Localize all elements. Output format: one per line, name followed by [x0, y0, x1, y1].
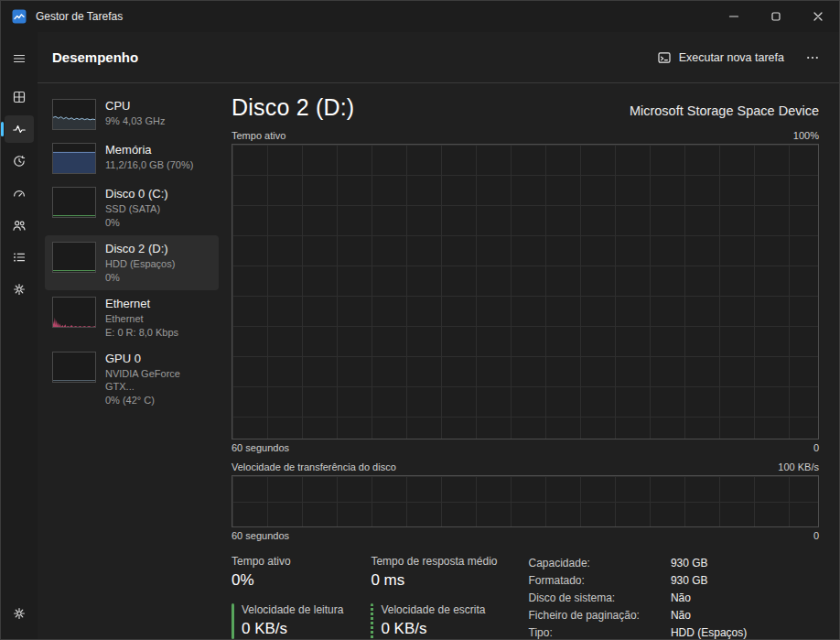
active-time-chart-max: 100%	[793, 130, 819, 141]
page-title: Desempenho	[52, 49, 138, 65]
sidebar-item-sub2: E: 0 R: 8,0 Kbps	[105, 326, 178, 339]
services-gear-icon	[12, 282, 27, 297]
sidebar-item-memory[interactable]: Memória 11,2/16,0 GB (70%)	[45, 136, 219, 180]
response-time-stat-value: 0 ms	[371, 571, 497, 590]
detail-label: Tipo:	[529, 626, 640, 639]
disk-stats: Tempo ativo 0% Tempo de resposta médio 0…	[232, 555, 819, 639]
processes-icon	[12, 90, 27, 104]
nav-startup-apps[interactable]	[5, 179, 34, 207]
write-speed-legend-bar	[371, 603, 373, 640]
nav-users[interactable]	[5, 212, 34, 239]
detail-value: 930 GB	[671, 557, 747, 569]
write-speed-stat-value: 0 KB/s	[381, 620, 485, 638]
run-new-task-button[interactable]: Executar nova tarefa	[648, 45, 793, 71]
sidebar-item-gpu[interactable]: GPU 0 NVIDIA GeForce GTX... 0% (42° C)	[45, 345, 219, 413]
active-time-x-left: 60 segundos	[232, 442, 289, 453]
sidebar-item-cpu[interactable]: CPU 9% 4,03 GHz	[45, 92, 219, 136]
hamburger-icon	[12, 51, 27, 66]
page-header: Desempenho Executar nova tarefa	[38, 32, 839, 83]
detail-label: Formatado:	[529, 574, 640, 587]
users-icon	[12, 218, 27, 233]
ellipsis-icon	[805, 50, 820, 65]
sidebar-item-title: GPU 0	[105, 352, 211, 366]
transfer-chart-label: Velocidade de transferência do disco	[232, 461, 396, 472]
details-list-icon	[12, 250, 27, 265]
detail-value: Não	[671, 609, 747, 622]
detail-value: HDD (Espaços)	[671, 626, 747, 639]
window-controls	[713, 1, 839, 32]
header-actions: Executar nova tarefa	[648, 45, 828, 71]
read-speed-legend-bar	[232, 603, 234, 640]
titlebar[interactable]: Gestor de Tarefas	[1, 1, 839, 32]
sidebar-item-sub: Ethernet	[105, 312, 178, 325]
task-manager-app-icon	[12, 9, 27, 24]
disk-details: Capacidade: 930 GB Formatado: 930 GB Dis…	[529, 557, 748, 639]
response-time-stat-label: Tempo de resposta médio	[371, 555, 497, 568]
window-title: Gestor de Tarefas	[36, 10, 123, 23]
detail-label: Capacidade:	[529, 557, 640, 569]
maximize-icon	[769, 9, 783, 24]
run-new-task-icon	[657, 50, 672, 65]
active-time-chart-axis: 60 segundos 0	[232, 442, 819, 453]
settings-button[interactable]	[5, 600, 34, 627]
active-time-stat: Tempo ativo 0%	[232, 555, 343, 591]
active-time-chart[interactable]	[232, 144, 819, 439]
transfer-x-right: 0	[813, 530, 819, 541]
sidebar-item-title: CPU	[105, 99, 165, 114]
transfer-chart-max: 100 KB/s	[778, 461, 819, 472]
active-time-stat-value: 0%	[232, 571, 291, 590]
run-new-task-label: Executar nova tarefa	[679, 51, 784, 64]
more-options-button[interactable]	[797, 45, 828, 71]
minimize-icon	[727, 9, 741, 24]
nav-processes[interactable]	[5, 83, 34, 111]
sidebar-item-sub: 9% 4,03 GHz	[105, 114, 165, 127]
maximize-button[interactable]	[755, 1, 797, 32]
sidebar-item-title: Ethernet	[105, 297, 178, 311]
ethernet-mini-chart	[52, 297, 96, 328]
active-time-chart-label: Tempo ativo	[232, 130, 285, 141]
close-button[interactable]	[797, 1, 839, 32]
history-icon	[12, 154, 27, 168]
detail-value: 930 GB	[671, 574, 747, 587]
settings-gear-icon	[12, 606, 27, 621]
nav-details[interactable]	[5, 244, 34, 271]
active-time-x-right: 0	[813, 442, 819, 453]
device-name: Microsoft Storage Space Device	[630, 103, 819, 121]
response-time-stat: Tempo de resposta médio 0 ms	[371, 555, 497, 591]
performance-icon	[12, 122, 27, 136]
minimize-button[interactable]	[713, 1, 755, 32]
transfer-chart[interactable]	[232, 475, 819, 527]
sidebar-item-title: Memória	[105, 143, 193, 157]
gpu-mini-chart	[52, 352, 96, 383]
nav-app-history[interactable]	[5, 147, 34, 175]
transfer-chart-axis: 60 segundos 0	[232, 530, 819, 541]
sidebar-item-sub2: 0% (42° C)	[105, 394, 211, 407]
sidebar-item-disk0[interactable]: Disco 0 (C:) SSD (SATA) 0%	[45, 180, 219, 235]
sidebar-item-sub: HDD (Espaços)	[105, 257, 175, 270]
disk-stats-left: Tempo ativo 0% Tempo de resposta médio 0…	[232, 555, 498, 639]
detail-label: Disco de sistema:	[529, 591, 640, 604]
sidebar-item-sub: 11,2/16,0 GB (70%)	[105, 158, 193, 171]
nav-rail	[1, 32, 38, 639]
task-manager-window: Gestor de Tarefas	[0, 0, 840, 640]
cpu-mini-chart	[52, 99, 96, 130]
active-time-stat-label: Tempo ativo	[232, 555, 291, 568]
sidebar-item-sub: SSD (SATA)	[105, 202, 168, 215]
disk2-mini-chart	[52, 242, 96, 273]
sidebar-item-ethernet[interactable]: Ethernet Ethernet E: 0 R: 8,0 Kbps	[45, 290, 219, 345]
detail-value: Não	[671, 591, 747, 604]
write-speed-stat: Velocidade de escrita 0 KB/s	[371, 603, 497, 640]
sidebar-item-sub: NVIDIA GeForce GTX...	[105, 367, 211, 393]
read-speed-stat-label: Velocidade de leitura	[242, 603, 343, 616]
disk0-mini-chart	[52, 187, 96, 218]
active-time-chart-header: Tempo ativo 100%	[232, 130, 819, 141]
memory-mini-chart	[52, 143, 96, 174]
disk-title: Disco 2 (D:)	[232, 94, 354, 121]
read-speed-stat-value: 0 KB/s	[242, 620, 343, 638]
nav-services[interactable]	[5, 276, 34, 303]
sidebar-item-title: Disco 0 (C:)	[105, 187, 168, 201]
nav-performance[interactable]	[5, 115, 34, 143]
close-icon	[811, 9, 825, 24]
nav-menu-button[interactable]	[5, 45, 34, 72]
sidebar-item-disk2[interactable]: Disco 2 (D:) HDD (Espaços) 0%	[45, 235, 219, 290]
